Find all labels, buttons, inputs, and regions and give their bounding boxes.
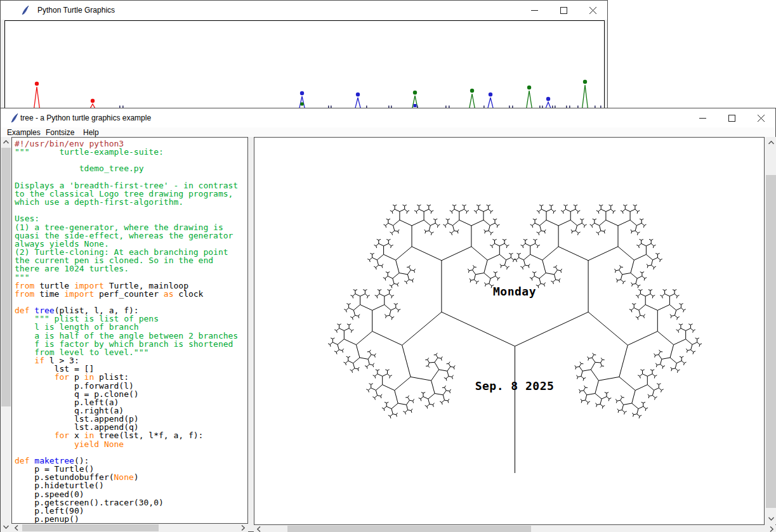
code-line: """ turtle-example-suite: [15, 148, 247, 156]
background-window: Python Turtle Graphics [0, 0, 608, 108]
menu-help[interactable]: Help [83, 128, 99, 137]
desktop: { "background_window": { "title": "Pytho… [0, 0, 776, 532]
canvas-horizontal-scrollbar[interactable] [254, 525, 776, 532]
background-titlebar[interactable]: Python Turtle Graphics [1, 1, 607, 20]
scroll-up-arrow[interactable] [765, 139, 776, 146]
menu-fontsize[interactable]: Fontsize [46, 128, 74, 137]
scroll-down-arrow[interactable] [1, 523, 11, 531]
canvas-vertical-scrollbar[interactable] [765, 137, 776, 524]
minimize-button[interactable] [520, 1, 549, 20]
menu-examples[interactable]: Examples [7, 128, 41, 137]
code-line: yield None [15, 440, 247, 448]
scroll-thumb[interactable] [1, 148, 11, 406]
canvas-label: Sep. 8 2025 [475, 379, 555, 393]
tk-feather-icon [10, 113, 18, 123]
code-line: which use a depth-first-algorithm. [15, 198, 247, 206]
code-horizontal-scrollbar[interactable] [11, 524, 248, 532]
tree-window-title: tree - a Python turtle graphics example [20, 114, 151, 122]
code-text: #!/usr/bin/env python3""" turtle-example… [12, 138, 247, 524]
code-line: tdemo_tree.py [15, 164, 247, 172]
minimize-button[interactable] [688, 108, 717, 127]
tk-feather-icon [20, 5, 29, 15]
canvas-label: Monday [493, 285, 536, 298]
menubar: Examples Fontsize Help [1, 127, 775, 137]
tree-path [328, 205, 702, 473]
scroll-right-arrow[interactable] [239, 524, 247, 532]
tree-svg: MondaySep. 8 2025 [254, 138, 764, 524]
maximize-button[interactable] [549, 1, 578, 20]
maximize-button[interactable] [717, 108, 746, 127]
close-button[interactable] [746, 108, 775, 127]
scroll-thumb[interactable] [22, 524, 159, 531]
code-line [15, 206, 247, 214]
code-line: there are 1024 turtles. [15, 264, 247, 273]
code-text-widget[interactable]: #!/usr/bin/env python3""" turtle-example… [11, 137, 248, 524]
scroll-left-arrow[interactable] [13, 524, 20, 532]
tree-window: tree - a Python turtle graphics example … [0, 108, 776, 532]
turtle-tree-canvas[interactable]: MondaySep. 8 2025 [254, 137, 765, 525]
close-button[interactable] [578, 1, 607, 20]
background-turtle-canvas[interactable] [4, 20, 605, 108]
tree-titlebar[interactable]: tree - a Python turtle graphics example [1, 108, 775, 127]
scroll-thumb[interactable] [287, 526, 531, 532]
scroll-down-arrow[interactable] [765, 515, 776, 522]
scroll-left-arrow[interactable] [255, 525, 263, 532]
background-window-title: Python Turtle Graphics [37, 6, 115, 15]
code-vertical-scrollbar[interactable] [1, 137, 11, 532]
scroll-up-arrow[interactable] [1, 138, 11, 146]
code-line: from time import perf_counter as clock [15, 290, 247, 298]
scroll-thumb[interactable] [766, 175, 776, 508]
turtle-pins-svg [5, 21, 604, 108]
scroll-right-arrow[interactable] [768, 525, 775, 532]
